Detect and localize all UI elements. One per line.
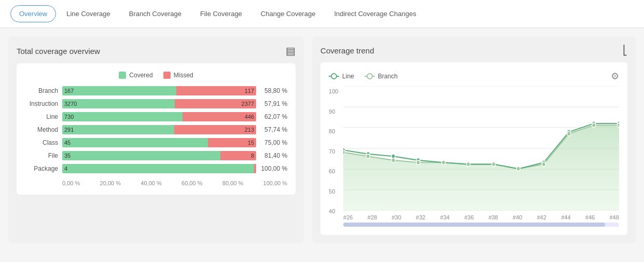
x-axis-trend-label: #26 bbox=[343, 214, 353, 220]
bar-pct-instruction: 57,91 % bbox=[256, 100, 287, 107]
bar-row-instruction: Instruction3270237757,91 % bbox=[25, 99, 287, 108]
x-axis-trend: #26#28#30#32#34#36#38#40#42#44#46#48 bbox=[343, 212, 619, 220]
trend-chart-area: Line Branch ⚙ 100908070605040 bbox=[320, 62, 627, 235]
bar-label-class: Class bbox=[25, 139, 62, 146]
bar-covered-file: 35 bbox=[62, 151, 220, 160]
bar-container-package: 4 bbox=[62, 164, 256, 173]
x-axis-trend-label: #44 bbox=[561, 214, 570, 220]
scrollbar-thumb[interactable] bbox=[343, 223, 605, 227]
y-axis-label: 100 bbox=[329, 88, 340, 94]
bar-row-branch: Branch16711758,80 % bbox=[25, 86, 287, 95]
x-axis-label: 80,00 % bbox=[222, 180, 243, 186]
x-axis-trend-label: #46 bbox=[585, 214, 595, 220]
branch-legend-label: Branch bbox=[378, 73, 398, 80]
bar-row-file: File35881,40 % bbox=[25, 151, 287, 160]
branch-dot-48 bbox=[617, 123, 619, 128]
y-axis-label: 40 bbox=[329, 208, 340, 214]
bar-missed-file: 8 bbox=[220, 151, 257, 160]
nav-tab-change-coverage[interactable]: Change Coverage bbox=[253, 6, 324, 22]
legend-covered: Covered bbox=[119, 72, 152, 79]
scrollbar-track[interactable] bbox=[343, 223, 619, 227]
trend-chart-wrapper: 100908070605040 bbox=[329, 86, 619, 227]
trend-svg bbox=[343, 86, 619, 211]
trend-legend: Line Branch ⚙ bbox=[329, 71, 619, 82]
bar-label-package: Package bbox=[25, 165, 62, 172]
x-axis-label: 20,00 % bbox=[100, 180, 121, 186]
x-axis-trend-label: #38 bbox=[488, 214, 498, 220]
main-content: Total coverage overview ▤ Covered Missed… bbox=[0, 28, 644, 252]
bar-covered-branch: 167 bbox=[62, 86, 176, 95]
nav-tab-line-coverage[interactable]: Line Coverage bbox=[58, 6, 119, 22]
bar-pct-file: 81,40 % bbox=[256, 152, 287, 159]
bar-row-class: Class451575,00 % bbox=[25, 138, 287, 147]
coverage-trend-title: Coverage trend bbox=[320, 46, 374, 55]
y-axis-label: 70 bbox=[329, 148, 340, 155]
x-axis-trend-label: #40 bbox=[513, 214, 522, 220]
branch-dot-28 bbox=[366, 154, 370, 159]
y-axis-label: 80 bbox=[329, 128, 340, 134]
bar-container-instruction: 32702377 bbox=[62, 99, 256, 108]
branch-dot-44 bbox=[567, 131, 571, 136]
x-axis-trend-label: #34 bbox=[440, 214, 450, 220]
bar-missed-instruction: 2377 bbox=[175, 99, 256, 108]
line-legend-label: Line bbox=[342, 73, 354, 80]
total-coverage-panel: Total coverage overview ▤ Covered Missed… bbox=[8, 36, 304, 243]
trend-legend-branch: Branch bbox=[365, 71, 398, 82]
bar-label-instruction: Instruction bbox=[25, 100, 62, 107]
bar-chart-icon[interactable]: ▤ bbox=[286, 45, 296, 57]
bar-pct-line: 62,07 % bbox=[256, 113, 287, 120]
bar-container-branch: 167117 bbox=[62, 86, 256, 95]
bar-label-line: Line bbox=[25, 113, 62, 120]
y-axis: 100908070605040 bbox=[329, 86, 343, 227]
bar-label-file: File bbox=[25, 152, 62, 159]
x-axis: 0,00 %20,00 %40,00 %60,00 %80,00 %100,00… bbox=[25, 177, 287, 186]
x-axis-trend-label: #32 bbox=[416, 214, 425, 220]
panel-header-left: Total coverage overview ▤ bbox=[17, 45, 296, 57]
bar-covered-class: 45 bbox=[62, 138, 208, 147]
nav-tab-overview[interactable]: Overview bbox=[10, 5, 56, 22]
gear-icon[interactable]: ⚙ bbox=[611, 71, 619, 82]
bar-label-method: Method bbox=[25, 126, 62, 133]
bar-missed-branch: 117 bbox=[176, 86, 256, 95]
branch-dot-32 bbox=[416, 160, 420, 165]
branch-dot-46 bbox=[592, 123, 596, 128]
x-axis-trend-label: #28 bbox=[368, 214, 377, 220]
y-axis-label: 60 bbox=[329, 168, 340, 174]
x-axis-label: 100,00 % bbox=[263, 180, 287, 186]
bar-covered-line: 730 bbox=[62, 112, 183, 121]
bar-row-method: Method29121357,74 % bbox=[25, 125, 287, 134]
branch-dot-26 bbox=[343, 150, 345, 155]
nav-tab-branch-coverage[interactable]: Branch Coverage bbox=[121, 6, 190, 22]
bar-pct-package: 100,00 % bbox=[256, 165, 287, 172]
bar-container-file: 358 bbox=[62, 151, 256, 160]
branch-dot-38 bbox=[492, 162, 495, 167]
bar-covered-package: 4 bbox=[62, 164, 254, 173]
legend-missed: Missed bbox=[163, 72, 193, 79]
bar-row-package: Package4100,00 % bbox=[25, 164, 287, 173]
bar-missed-line: 446 bbox=[183, 112, 256, 121]
bar-missed-method: 213 bbox=[174, 125, 256, 134]
bar-covered-method: 291 bbox=[62, 125, 174, 134]
bar-rows: Branch16711758,80 %Instruction3270237757… bbox=[25, 86, 287, 173]
nav-tab-file-coverage[interactable]: File Coverage bbox=[192, 6, 250, 22]
bar-chart-area: Covered Missed Branch16711758,80 %Instru… bbox=[17, 63, 296, 195]
bar-container-class: 4515 bbox=[62, 138, 256, 147]
trend-svg-container: #26#28#30#32#34#36#38#40#42#44#46#48 bbox=[343, 86, 619, 227]
x-axis-trend-label: #36 bbox=[464, 214, 473, 220]
total-coverage-title: Total coverage overview bbox=[17, 47, 100, 56]
bar-covered-instruction: 3270 bbox=[62, 99, 175, 108]
line-chart-icon[interactable]: ⎣ bbox=[623, 45, 627, 56]
branch-dot-36 bbox=[467, 162, 470, 167]
x-axis-label: 40,00 % bbox=[141, 180, 161, 186]
missed-label: Missed bbox=[174, 72, 193, 79]
x-axis-label: 0,00 % bbox=[62, 180, 80, 186]
nav-tab-indirect-coverage-changes[interactable]: Indirect Coverage Changes bbox=[326, 6, 424, 22]
bar-label-branch: Branch bbox=[25, 87, 62, 94]
y-axis-label: 90 bbox=[329, 108, 340, 115]
branch-dot-40 bbox=[516, 167, 520, 171]
branch-area bbox=[343, 125, 619, 211]
bar-pct-method: 57,74 % bbox=[256, 126, 287, 133]
coverage-trend-panel: Coverage trend ⎣ Line Branch ⚙ 100908070… bbox=[312, 36, 636, 243]
branch-dot-42 bbox=[542, 162, 545, 167]
bar-chart-legend: Covered Missed bbox=[25, 72, 287, 79]
